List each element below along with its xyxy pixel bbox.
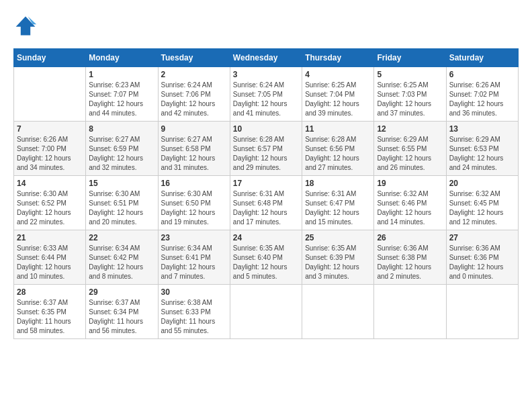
day-number: 3 bbox=[233, 70, 299, 79]
day-info: Sunrise: 6:32 AM Sunset: 6:45 PM Dayligh… bbox=[449, 189, 515, 227]
calendar-cell: 18Sunrise: 6:31 AM Sunset: 6:47 PM Dayli… bbox=[302, 176, 374, 230]
calendar-week-3: 14Sunrise: 6:30 AM Sunset: 6:52 PM Dayli… bbox=[14, 176, 519, 230]
day-info: Sunrise: 6:37 AM Sunset: 6:35 PM Dayligh… bbox=[17, 298, 83, 336]
calendar-cell: 24Sunrise: 6:35 AM Sunset: 6:40 PM Dayli… bbox=[230, 230, 302, 285]
calendar-table: SundayMondayTuesdayWednesdayThursdayFrid… bbox=[13, 48, 519, 339]
calendar-cell: 21Sunrise: 6:33 AM Sunset: 6:44 PM Dayli… bbox=[14, 230, 86, 285]
day-info: Sunrise: 6:26 AM Sunset: 7:00 PM Dayligh… bbox=[17, 135, 83, 173]
calendar-cell: 6Sunrise: 6:26 AM Sunset: 7:02 PM Daylig… bbox=[446, 67, 518, 122]
day-info: Sunrise: 6:36 AM Sunset: 6:38 PM Dayligh… bbox=[377, 244, 443, 281]
calendar-cell bbox=[14, 67, 86, 122]
calendar-week-2: 7Sunrise: 6:26 AM Sunset: 7:00 PM Daylig… bbox=[14, 122, 519, 176]
day-info: Sunrise: 6:24 AM Sunset: 7:06 PM Dayligh… bbox=[161, 81, 227, 118]
calendar-cell bbox=[230, 285, 302, 339]
calendar-cell: 1Sunrise: 6:23 AM Sunset: 7:07 PM Daylig… bbox=[86, 67, 158, 122]
day-info: Sunrise: 6:24 AM Sunset: 7:05 PM Dayligh… bbox=[233, 81, 299, 118]
header-thursday: Thursday bbox=[302, 49, 374, 67]
day-number: 26 bbox=[377, 233, 443, 242]
day-number: 25 bbox=[305, 233, 371, 242]
day-info: Sunrise: 6:26 AM Sunset: 7:02 PM Dayligh… bbox=[449, 81, 515, 118]
calendar-cell: 27Sunrise: 6:36 AM Sunset: 6:36 PM Dayli… bbox=[446, 230, 518, 285]
calendar-cell: 9Sunrise: 6:27 AM Sunset: 6:58 PM Daylig… bbox=[158, 122, 230, 176]
day-number: 9 bbox=[161, 124, 227, 134]
day-number: 22 bbox=[89, 233, 154, 242]
calendar-cell: 17Sunrise: 6:31 AM Sunset: 6:48 PM Dayli… bbox=[230, 176, 302, 230]
calendar-cell: 30Sunrise: 6:38 AM Sunset: 6:33 PM Dayli… bbox=[158, 285, 230, 339]
day-number: 7 bbox=[17, 124, 83, 134]
calendar-cell: 22Sunrise: 6:34 AM Sunset: 6:42 PM Dayli… bbox=[86, 230, 158, 285]
day-info: Sunrise: 6:29 AM Sunset: 6:55 PM Dayligh… bbox=[377, 135, 443, 173]
calendar-cell: 16Sunrise: 6:30 AM Sunset: 6:50 PM Dayli… bbox=[158, 176, 230, 230]
day-info: Sunrise: 6:33 AM Sunset: 6:44 PM Dayligh… bbox=[17, 244, 83, 281]
page-header bbox=[13, 13, 519, 38]
calendar-cell: 10Sunrise: 6:28 AM Sunset: 6:57 PM Dayli… bbox=[230, 122, 302, 176]
day-info: Sunrise: 6:23 AM Sunset: 7:07 PM Dayligh… bbox=[89, 81, 154, 118]
calendar-cell: 2Sunrise: 6:24 AM Sunset: 7:06 PM Daylig… bbox=[158, 67, 230, 122]
day-info: Sunrise: 6:31 AM Sunset: 6:48 PM Dayligh… bbox=[233, 189, 299, 227]
calendar-cell bbox=[302, 285, 374, 339]
header-wednesday: Wednesday bbox=[230, 49, 302, 67]
day-info: Sunrise: 6:30 AM Sunset: 6:52 PM Dayligh… bbox=[17, 189, 83, 227]
calendar-cell: 23Sunrise: 6:34 AM Sunset: 6:41 PM Dayli… bbox=[158, 230, 230, 285]
day-info: Sunrise: 6:36 AM Sunset: 6:36 PM Dayligh… bbox=[449, 244, 515, 281]
calendar-cell: 5Sunrise: 6:25 AM Sunset: 7:03 PM Daylig… bbox=[374, 67, 446, 122]
calendar-cell bbox=[374, 285, 446, 339]
day-number: 21 bbox=[17, 233, 83, 242]
logo bbox=[13, 13, 42, 38]
day-number: 6 bbox=[449, 70, 515, 79]
day-info: Sunrise: 6:34 AM Sunset: 6:41 PM Dayligh… bbox=[161, 244, 227, 281]
day-number: 19 bbox=[377, 179, 443, 188]
day-number: 15 bbox=[89, 179, 154, 188]
day-number: 28 bbox=[17, 287, 83, 297]
calendar-cell: 15Sunrise: 6:30 AM Sunset: 6:51 PM Dayli… bbox=[86, 176, 158, 230]
svg-marker-0 bbox=[16, 17, 36, 36]
day-number: 8 bbox=[89, 124, 154, 134]
day-number: 4 bbox=[305, 70, 371, 79]
calendar-week-5: 28Sunrise: 6:37 AM Sunset: 6:35 PM Dayli… bbox=[14, 285, 519, 339]
day-number: 27 bbox=[449, 233, 515, 242]
day-info: Sunrise: 6:25 AM Sunset: 7:03 PM Dayligh… bbox=[377, 81, 443, 118]
header-sunday: Sunday bbox=[14, 49, 86, 67]
calendar-cell: 28Sunrise: 6:37 AM Sunset: 6:35 PM Dayli… bbox=[14, 285, 86, 339]
day-number: 12 bbox=[377, 124, 443, 134]
day-info: Sunrise: 6:37 AM Sunset: 6:34 PM Dayligh… bbox=[89, 298, 154, 336]
calendar-header-row: SundayMondayTuesdayWednesdayThursdayFrid… bbox=[14, 49, 519, 67]
calendar-cell: 14Sunrise: 6:30 AM Sunset: 6:52 PM Dayli… bbox=[14, 176, 86, 230]
day-info: Sunrise: 6:35 AM Sunset: 6:39 PM Dayligh… bbox=[305, 244, 371, 281]
calendar-cell: 8Sunrise: 6:27 AM Sunset: 6:59 PM Daylig… bbox=[86, 122, 158, 176]
day-info: Sunrise: 6:25 AM Sunset: 7:04 PM Dayligh… bbox=[305, 81, 371, 118]
day-info: Sunrise: 6:34 AM Sunset: 6:42 PM Dayligh… bbox=[89, 244, 154, 281]
day-info: Sunrise: 6:29 AM Sunset: 6:53 PM Dayligh… bbox=[449, 135, 515, 173]
calendar-cell: 29Sunrise: 6:37 AM Sunset: 6:34 PM Dayli… bbox=[86, 285, 158, 339]
day-number: 2 bbox=[161, 70, 227, 79]
day-number: 20 bbox=[449, 179, 515, 188]
calendar-cell: 4Sunrise: 6:25 AM Sunset: 7:04 PM Daylig… bbox=[302, 67, 374, 122]
day-number: 29 bbox=[89, 287, 154, 297]
day-info: Sunrise: 6:28 AM Sunset: 6:56 PM Dayligh… bbox=[305, 135, 371, 173]
day-info: Sunrise: 6:35 AM Sunset: 6:40 PM Dayligh… bbox=[233, 244, 299, 281]
header-tuesday: Tuesday bbox=[158, 49, 230, 67]
calendar-cell: 13Sunrise: 6:29 AM Sunset: 6:53 PM Dayli… bbox=[446, 122, 518, 176]
day-number: 10 bbox=[233, 124, 299, 134]
calendar-cell bbox=[446, 285, 518, 339]
day-number: 14 bbox=[17, 179, 83, 188]
calendar-cell: 25Sunrise: 6:35 AM Sunset: 6:39 PM Dayli… bbox=[302, 230, 374, 285]
day-number: 24 bbox=[233, 233, 299, 242]
day-info: Sunrise: 6:28 AM Sunset: 6:57 PM Dayligh… bbox=[233, 135, 299, 173]
day-number: 1 bbox=[89, 70, 154, 79]
calendar-cell: 19Sunrise: 6:32 AM Sunset: 6:46 PM Dayli… bbox=[374, 176, 446, 230]
day-number: 5 bbox=[377, 70, 443, 79]
day-number: 18 bbox=[305, 179, 371, 188]
day-number: 13 bbox=[449, 124, 515, 134]
day-number: 30 bbox=[161, 287, 227, 297]
calendar-cell: 3Sunrise: 6:24 AM Sunset: 7:05 PM Daylig… bbox=[230, 67, 302, 122]
header-friday: Friday bbox=[374, 49, 446, 67]
calendar-cell: 7Sunrise: 6:26 AM Sunset: 7:00 PM Daylig… bbox=[14, 122, 86, 176]
day-number: 23 bbox=[161, 233, 227, 242]
calendar-week-4: 21Sunrise: 6:33 AM Sunset: 6:44 PM Dayli… bbox=[14, 230, 519, 285]
day-info: Sunrise: 6:32 AM Sunset: 6:46 PM Dayligh… bbox=[377, 189, 443, 227]
calendar-cell: 26Sunrise: 6:36 AM Sunset: 6:38 PM Dayli… bbox=[374, 230, 446, 285]
calendar-cell: 11Sunrise: 6:28 AM Sunset: 6:56 PM Dayli… bbox=[302, 122, 374, 176]
logo-icon bbox=[13, 13, 38, 38]
day-info: Sunrise: 6:31 AM Sunset: 6:47 PM Dayligh… bbox=[305, 189, 371, 227]
